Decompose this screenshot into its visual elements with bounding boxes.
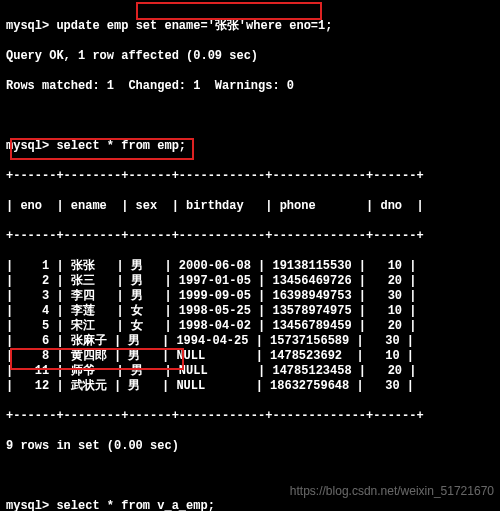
terminal-output: mysql> update emp set ename='张张'where en… — [0, 0, 500, 511]
update-result-2: Rows matched: 1 Changed: 1 Warnings: 0 — [6, 79, 494, 94]
table1-footer: 9 rows in set (0.00 sec) — [6, 439, 494, 454]
table-row: | 5 | 宋江 | 女 | 1998-04-02 | 13456789459 … — [6, 319, 494, 334]
table1-sep-bot: +------+--------+------+------------+---… — [6, 409, 494, 424]
table1-sep-mid: +------+--------+------+------------+---… — [6, 229, 494, 244]
cmd-select-emp: mysql> select * from emp; — [6, 139, 494, 154]
table-row: | 2 | 张三 | 男 | 1997-01-05 | 13456469726 … — [6, 274, 494, 289]
cmd-update: mysql> update emp set ename='张张'where en… — [6, 19, 494, 34]
table1-header: | eno | ename | sex | birthday | phone |… — [6, 199, 494, 214]
table-row: | 6 | 张麻子 | 男 | 1994-04-25 | 15737156589… — [6, 334, 494, 349]
table1-body: | 1 | 张张 | 男 | 2000-06-08 | 19138115530 … — [6, 259, 494, 394]
table-row: | 3 | 李四 | 男 | 1999-09-05 | 16398949753 … — [6, 289, 494, 304]
table-row: | 8 | 黄四郎 | 男 | NULL | 1478523692 | 10 | — [6, 349, 494, 364]
watermark: https://blog.csdn.net/weixin_51721670 — [290, 484, 494, 499]
table-row: | 4 | 李莲 | 女 | 1998-05-25 | 13578974975 … — [6, 304, 494, 319]
update-result-1: Query OK, 1 row affected (0.09 sec) — [6, 49, 494, 64]
table-row: | 12 | 武状元 | 男 | NULL | 18632759648 | 30… — [6, 379, 494, 394]
cmd-select-view: mysql> select * from v_a_emp; — [6, 499, 494, 511]
table-row: | 1 | 张张 | 男 | 2000-06-08 | 19138115530 … — [6, 259, 494, 274]
table1-sep-top: +------+--------+------+------------+---… — [6, 169, 494, 184]
table-row: | 11 | 师爷 | 男 | NULL | 14785123458 | 20 … — [6, 364, 494, 379]
